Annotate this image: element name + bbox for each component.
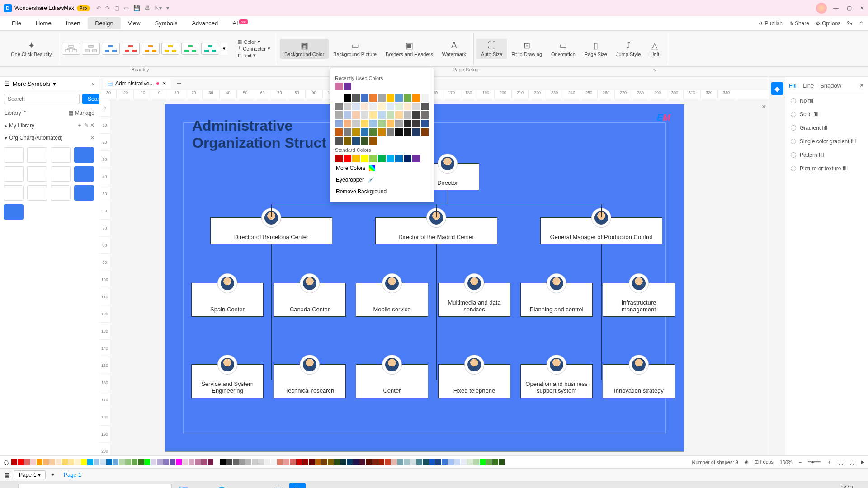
- palette-swatch[interactable]: [151, 459, 156, 465]
- palette-swatch[interactable]: [56, 459, 61, 465]
- background-picture-button[interactable]: ▭Background Picture: [329, 39, 381, 59]
- taskbar-clock[interactable]: 08:1226-09-2023: [828, 485, 853, 488]
- fill-option[interactable]: Solid fill: [789, 108, 864, 121]
- color-swatch[interactable]: [352, 137, 360, 145]
- color-swatch[interactable]: [387, 94, 394, 102]
- color-swatch[interactable]: [412, 94, 420, 102]
- palette-swatch[interactable]: [81, 459, 87, 465]
- zoom-in-icon[interactable]: ＋: [827, 459, 832, 465]
- palette-swatch[interactable]: [283, 459, 289, 465]
- palette-swatch[interactable]: [258, 459, 264, 465]
- color-swatch[interactable]: [387, 111, 394, 119]
- color-swatch[interactable]: [404, 155, 411, 162]
- taskbar-word-icon[interactable]: W: [270, 483, 287, 488]
- palette-swatch[interactable]: [353, 459, 359, 465]
- color-swatch[interactable]: [412, 155, 420, 162]
- one-click-beautify-button[interactable]: ✦ One Click Beautify: [6, 39, 56, 59]
- shape-thumbnail[interactable]: [51, 147, 71, 163]
- shape-thumbnail[interactable]: [27, 147, 47, 163]
- fit-drawing-button[interactable]: ⊡Fit to Drawing: [507, 39, 547, 59]
- color-swatch[interactable]: [395, 128, 403, 136]
- search-input[interactable]: [4, 94, 80, 104]
- color-swatch[interactable]: [421, 111, 429, 119]
- color-swatch[interactable]: [378, 103, 386, 110]
- palette-swatch[interactable]: [315, 459, 321, 465]
- palette-swatch[interactable]: [410, 459, 416, 465]
- palette-swatch[interactable]: [467, 459, 473, 465]
- taskbar-explorer-icon[interactable]: 📁: [232, 483, 249, 488]
- taskbar-landscape-icon[interactable]: 🏞️: [175, 483, 192, 488]
- palette-swatch[interactable]: [75, 459, 80, 465]
- palette-swatch[interactable]: [461, 459, 467, 465]
- close-icon[interactable]: ✕: [860, 5, 864, 11]
- color-swatch[interactable]: [378, 120, 386, 127]
- close-panel-icon[interactable]: ✕: [859, 82, 864, 89]
- library-dropdown[interactable]: Library ⌃: [5, 110, 27, 116]
- palette-swatch[interactable]: [62, 459, 68, 465]
- jump-style-button[interactable]: ⤴Jump Style: [612, 39, 645, 59]
- menu-insert[interactable]: Insert: [59, 17, 88, 29]
- palette-swatch[interactable]: [328, 459, 334, 465]
- palette-swatch[interactable]: [24, 459, 30, 465]
- palette-swatch[interactable]: [473, 459, 479, 465]
- color-swatch[interactable]: [378, 155, 386, 162]
- palette-swatch[interactable]: [144, 459, 150, 465]
- document-tab[interactable]: ▤ Administrative... ✕: [103, 79, 171, 89]
- theme-preset[interactable]: [82, 43, 100, 55]
- palette-swatch[interactable]: [271, 459, 277, 465]
- org-node[interactable]: Director of the Madrid Center: [375, 217, 497, 244]
- palette-swatch[interactable]: [182, 459, 188, 465]
- color-swatch[interactable]: [344, 94, 351, 102]
- palette-swatch[interactable]: [214, 459, 220, 465]
- color-swatch[interactable]: [352, 94, 360, 102]
- color-swatch[interactable]: [404, 120, 411, 127]
- color-swatch[interactable]: [412, 111, 420, 119]
- palette-swatch[interactable]: [100, 459, 106, 465]
- page-tab[interactable]: Page-1: [60, 471, 85, 479]
- color-swatch[interactable]: [335, 83, 343, 90]
- palette-swatch[interactable]: [264, 459, 270, 465]
- layers-icon[interactable]: ◈: [745, 459, 748, 465]
- org-node[interactable]: Canada Center: [274, 283, 346, 317]
- color-swatch[interactable]: [378, 128, 386, 136]
- shadow-tab[interactable]: Shadow: [820, 82, 841, 89]
- maximize-icon[interactable]: ▢: [847, 5, 852, 11]
- color-swatch[interactable]: [361, 128, 368, 136]
- orientation-button[interactable]: ▭Orientation: [547, 39, 580, 59]
- palette-swatch[interactable]: [486, 459, 492, 465]
- focus-button[interactable]: ⊡ Focus: [755, 459, 774, 465]
- shape-thumbnail[interactable]: [74, 147, 94, 163]
- palette-swatch[interactable]: [499, 459, 505, 465]
- line-tab[interactable]: Line: [803, 82, 814, 89]
- taskbar-edge-icon[interactable]: 🌐: [213, 483, 230, 488]
- theme-preset[interactable]: [142, 43, 160, 55]
- color-swatch[interactable]: [421, 120, 429, 127]
- palette-swatch[interactable]: [30, 459, 36, 465]
- collapse-panel-icon[interactable]: «: [91, 80, 94, 87]
- org-node[interactable]: Operation and business support system: [520, 364, 593, 398]
- fill-tab[interactable]: Fill: [789, 82, 797, 89]
- menu-view[interactable]: View: [121, 17, 148, 29]
- palette-swatch[interactable]: [132, 459, 137, 465]
- fullscreen-icon[interactable]: ⛶: [849, 460, 854, 465]
- color-swatch[interactable]: [369, 120, 377, 127]
- color-swatch[interactable]: [387, 155, 394, 162]
- more-colors-button[interactable]: More Colors: [335, 162, 429, 174]
- hamburger-icon[interactable]: ☰: [5, 80, 10, 87]
- print-icon[interactable]: 🖶: [145, 5, 150, 11]
- palette-swatch[interactable]: [233, 459, 239, 465]
- color-swatch[interactable]: [344, 111, 351, 119]
- color-swatch[interactable]: [361, 120, 368, 127]
- palette-swatch[interactable]: [309, 459, 315, 465]
- org-node[interactable]: Mobile service: [356, 283, 428, 317]
- palette-swatch[interactable]: [454, 459, 460, 465]
- palette-swatch[interactable]: [385, 459, 391, 465]
- color-swatch[interactable]: [421, 128, 429, 136]
- qat-more-icon[interactable]: ▾: [166, 5, 169, 11]
- palette-swatch[interactable]: [378, 459, 384, 465]
- palette-swatch[interactable]: [163, 459, 169, 465]
- palette-swatch[interactable]: [106, 459, 112, 465]
- color-swatch[interactable]: [361, 94, 368, 102]
- no-fill-icon[interactable]: ◇: [4, 458, 9, 466]
- close-category-icon[interactable]: ✕: [90, 135, 94, 141]
